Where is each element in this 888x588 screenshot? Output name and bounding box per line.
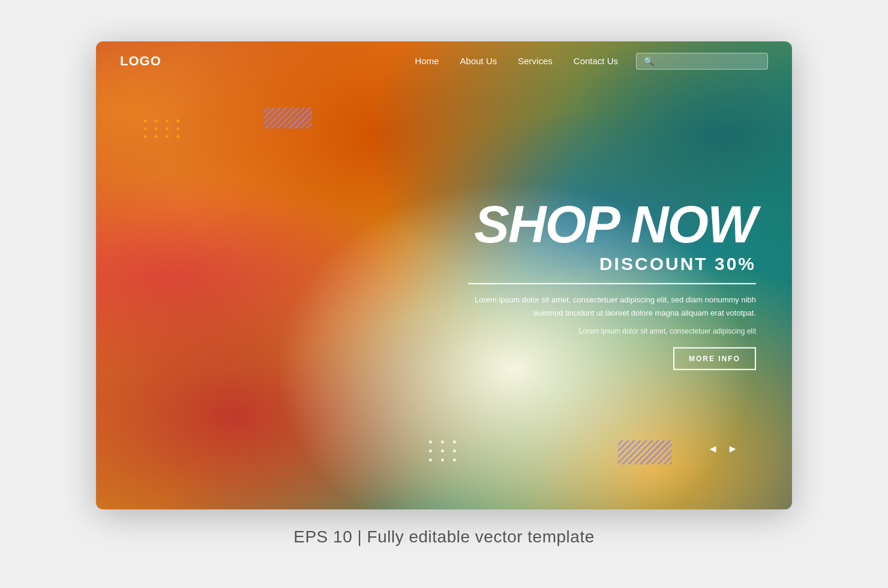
dot xyxy=(166,119,169,122)
hero-sub-text: Lorem ipsum dolor sit amet, consectetuer… xyxy=(468,327,756,335)
stripes-decoration-bottom xyxy=(618,440,672,464)
caption-text: EPS 10 | Fully editable vector template xyxy=(293,527,594,547)
prev-arrow[interactable]: ◄ xyxy=(707,443,718,455)
hero-background: LOGO Home About Us Services Contact Us 🔍 xyxy=(96,41,792,509)
dot xyxy=(166,135,169,138)
hero-description: Lorem ipsum dolor sit amet, consectetuer… xyxy=(468,293,756,320)
dot xyxy=(155,127,158,130)
dot-white xyxy=(453,458,456,461)
dot-white xyxy=(441,449,444,452)
next-arrow[interactable]: ► xyxy=(727,443,738,455)
logo: LOGO xyxy=(120,53,161,69)
dot xyxy=(144,119,147,122)
hero-title: SHOP NOW xyxy=(468,198,756,251)
hero-discount: DISCOUNT 30% xyxy=(468,254,756,274)
page-wrapper: LOGO Home About Us Services Contact Us 🔍 xyxy=(96,41,792,547)
hero-divider xyxy=(468,283,756,284)
dot xyxy=(155,135,158,138)
stripes-inner xyxy=(618,440,672,464)
nav-links: Home About Us Services Contact Us xyxy=(415,56,618,66)
search-icon: 🔍 xyxy=(644,56,654,66)
more-info-button[interactable]: MORE INFO xyxy=(673,347,756,370)
dot-white xyxy=(429,458,432,461)
dot-white xyxy=(453,449,456,452)
dot-white xyxy=(429,440,432,443)
carousel-arrows: ◄ ► xyxy=(707,443,738,455)
dot-white xyxy=(441,458,444,461)
dot-white xyxy=(453,440,456,443)
dot xyxy=(166,127,169,130)
dot xyxy=(144,135,147,138)
navbar: LOGO Home About Us Services Contact Us 🔍 xyxy=(96,41,792,80)
nav-services[interactable]: Services xyxy=(518,56,553,66)
stripes-inner xyxy=(264,107,312,128)
hero-content: SHOP NOW DISCOUNT 30% Lorem ipsum dolor … xyxy=(468,198,756,370)
dot-white xyxy=(441,440,444,443)
dots-decoration-bottom xyxy=(429,440,459,461)
dot-white xyxy=(429,449,432,452)
dot xyxy=(176,127,179,130)
nav-home[interactable]: Home xyxy=(415,56,439,66)
nav-contact[interactable]: Contact Us xyxy=(574,56,618,66)
search-input[interactable] xyxy=(659,56,760,65)
dot xyxy=(144,127,147,130)
browser-frame: LOGO Home About Us Services Contact Us 🔍 xyxy=(96,41,792,509)
nav-about[interactable]: About Us xyxy=(460,56,497,66)
stripes-decoration-top xyxy=(264,107,312,128)
dot xyxy=(155,119,158,122)
dots-decoration-top-left xyxy=(144,119,182,138)
search-bar: 🔍 xyxy=(636,53,768,70)
dot xyxy=(176,119,179,122)
dot xyxy=(176,135,179,138)
